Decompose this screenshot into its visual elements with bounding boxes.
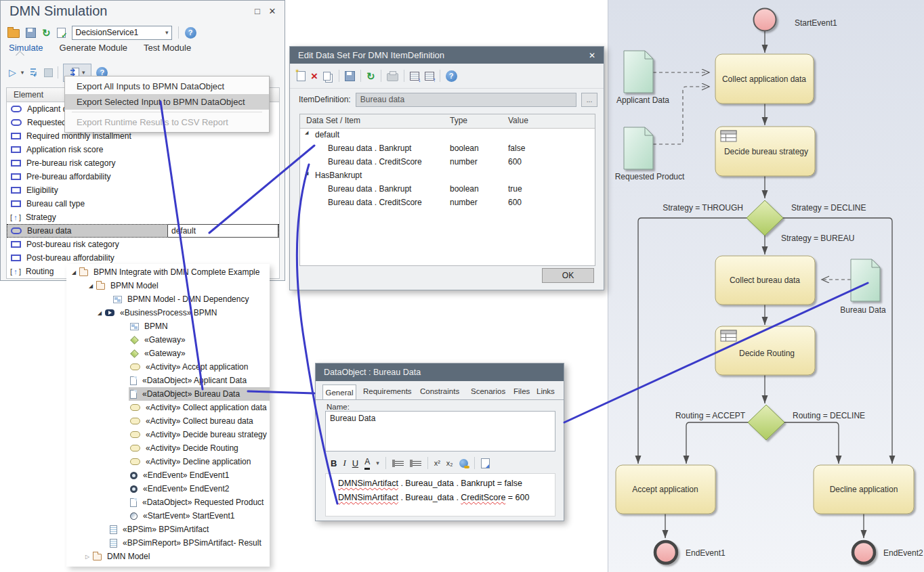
save-icon[interactable]	[26, 28, 36, 38]
export-dataset-icon[interactable]	[425, 72, 434, 81]
dataset-group-row[interactable]: ◢default	[300, 129, 595, 142]
help-icon[interactable]: ?	[185, 27, 196, 39]
menu-item-export-selected[interactable]: Export Selected Input to BPMN DataObject	[65, 94, 269, 110]
bullet-list-icon[interactable]	[392, 460, 404, 467]
hyperlink-icon[interactable]	[459, 459, 468, 468]
validate-icon[interactable]	[57, 28, 66, 38]
tab-files[interactable]: Files	[513, 387, 530, 395]
dataset-item-row[interactable]: Bureau data . CreditScorenumber600	[300, 156, 595, 169]
tree-item[interactable]: «Activity» Decide bureau strategy	[66, 428, 270, 441]
open-folder-icon[interactable]	[7, 29, 20, 38]
element-row[interactable]: Eligibility	[7, 183, 279, 197]
dataset-item-row[interactable]: Bureau data . Bankruptbooleanfalse	[300, 142, 595, 156]
numbered-list-icon[interactable]	[410, 460, 421, 467]
tree-item[interactable]: BPMN	[66, 320, 270, 333]
gateway-routing[interactable]	[748, 405, 784, 440]
close-button[interactable]: ✕	[267, 6, 278, 16]
import-dataset-icon[interactable]	[410, 72, 419, 81]
tree-item[interactable]: «Activity» Collect application data	[66, 401, 270, 414]
element-row[interactable]: Pre-bureau risk category	[7, 156, 279, 170]
tree-item[interactable]: «EndEvent» EndEvent2	[66, 482, 270, 496]
tree-item[interactable]: «Activity» Collect bureau data	[66, 414, 270, 428]
run-icon[interactable]: ▷	[9, 68, 16, 77]
dataobject-requested[interactable]	[624, 127, 653, 169]
tree-item[interactable]: «EndEvent» EndEvent1	[66, 468, 270, 482]
tree-item[interactable]: «DataObject» Applicant Data	[66, 374, 270, 387]
menu-item-export-all[interactable]: Export All Inputs to BPMN DataObject	[65, 79, 269, 94]
tree-item[interactable]: «Activity» Accept application	[66, 360, 270, 374]
item-value[interactable]: false	[508, 144, 525, 153]
tree-item[interactable]: DMN Model	[66, 550, 270, 563]
dataset-item-row[interactable]: Bureau data . Bankruptbooleantrue	[300, 183, 595, 196]
refresh-icon[interactable]: ↻	[42, 28, 51, 38]
end-event2-node[interactable]	[853, 542, 875, 563]
tree-item[interactable]: «BPSim» BPSimArtifact	[66, 523, 270, 536]
save-icon[interactable]	[345, 71, 355, 81]
flow-routing-decline[interactable]	[784, 422, 839, 464]
name-field[interactable]: Bureau Data	[325, 411, 555, 452]
expander-icon[interactable]	[83, 554, 91, 560]
dataobject-bureau[interactable]	[851, 259, 880, 301]
tree-item[interactable]: «DataObject» Requested Product	[66, 496, 270, 509]
close-icon[interactable]: ✕	[589, 51, 595, 60]
tab-scenarios[interactable]: Scenarios	[471, 387, 505, 395]
end-event1-node[interactable]	[655, 542, 677, 563]
element-row[interactable]: Pre-bureau affordability	[7, 170, 279, 183]
italic-button[interactable]: I	[343, 458, 345, 468]
bpmn-diagram-canvas[interactable]: StartEvent1 Collect application data App…	[608, 0, 924, 572]
tree-item[interactable]: «Activity» Decide Routing	[66, 441, 270, 455]
element-row-selected[interactable]: Bureau data default	[7, 224, 279, 238]
tree-item[interactable]: «StartEvent» StartEvent1	[66, 509, 270, 523]
run-dropdown-icon[interactable]: ▾	[21, 69, 24, 76]
tree-item[interactable]: «Gateway»	[66, 347, 270, 360]
delete-icon[interactable]: ×	[311, 70, 318, 82]
element-row[interactable]: ↑Strategy	[7, 211, 279, 224]
tab-links[interactable]: Links	[537, 387, 555, 395]
maximize-button[interactable]: □	[252, 6, 263, 16]
tab-simulate[interactable]: Simulate	[9, 43, 43, 53]
tab-test-module[interactable]: Test Module	[144, 43, 191, 53]
chevron-down-icon[interactable]: ▾	[376, 460, 379, 466]
tab-requirements[interactable]: Requirements	[363, 387, 412, 395]
collapse-icon[interactable]: ◢	[305, 130, 308, 135]
decision-service-combobox[interactable]: DecisionService1 ▾	[72, 26, 172, 40]
dataset-group-row[interactable]: ◢HasBankrupt	[300, 169, 595, 183]
tree-item-selected[interactable]: «DataObject» Bureau Data	[66, 387, 270, 401]
subscript-button[interactable]: x₂	[446, 459, 453, 467]
element-row[interactable]: Post-bureau risk category	[7, 238, 279, 251]
tree-item[interactable]: «Activity» Decline application	[66, 455, 270, 468]
underline-button[interactable]: U	[352, 458, 358, 468]
ok-button[interactable]: OK	[542, 268, 594, 283]
column-dataset-item[interactable]: Data Set / Item	[306, 116, 360, 125]
expander-icon[interactable]	[96, 310, 104, 316]
refresh-icon[interactable]: ↻	[366, 71, 375, 81]
collapse-icon[interactable]: ◢	[305, 171, 308, 176]
tree-item[interactable]: BPMN Model	[66, 279, 270, 292]
flow-routing-accept[interactable]	[686, 422, 748, 464]
tab-constraints[interactable]: Constraints	[420, 387, 459, 395]
document-icon[interactable]	[481, 458, 490, 468]
tree-item[interactable]: «Gateway»	[66, 333, 270, 347]
copy-icon[interactable]	[323, 72, 331, 81]
new-dataset-icon[interactable]	[297, 71, 306, 81]
help-icon[interactable]: ?	[446, 70, 457, 82]
tree-item[interactable]: BPMN Integrate with DMN Complete Example	[66, 265, 270, 279]
font-color-button[interactable]: A	[364, 457, 370, 470]
tree-item[interactable]: BPMN Model - DMN Dependency	[66, 292, 270, 306]
item-value[interactable]: 600	[508, 157, 522, 167]
gateway-strategy[interactable]	[747, 200, 783, 236]
step-icon[interactable]	[28, 67, 39, 78]
expander-icon[interactable]	[87, 283, 95, 289]
browse-button[interactable]: ...	[581, 93, 597, 107]
item-value[interactable]: true	[508, 184, 522, 194]
notes-field[interactable]: DMNSimArtifact . Bureau_data . Bankrupt …	[325, 473, 555, 516]
tree-item[interactable]: «BPSimReport» BPSimArtifact- Result	[66, 536, 270, 550]
element-row[interactable]: Bureau call type	[7, 197, 279, 211]
element-row[interactable]: Application risk score	[7, 143, 279, 156]
column-value[interactable]: Value	[508, 116, 528, 125]
start-event-node[interactable]	[754, 9, 776, 31]
dataset-value-field[interactable]: default	[167, 224, 278, 238]
dataobject-applicant[interactable]	[624, 51, 653, 93]
element-row[interactable]: Post-bureau affordability	[7, 251, 279, 265]
column-type[interactable]: Type	[450, 116, 467, 125]
